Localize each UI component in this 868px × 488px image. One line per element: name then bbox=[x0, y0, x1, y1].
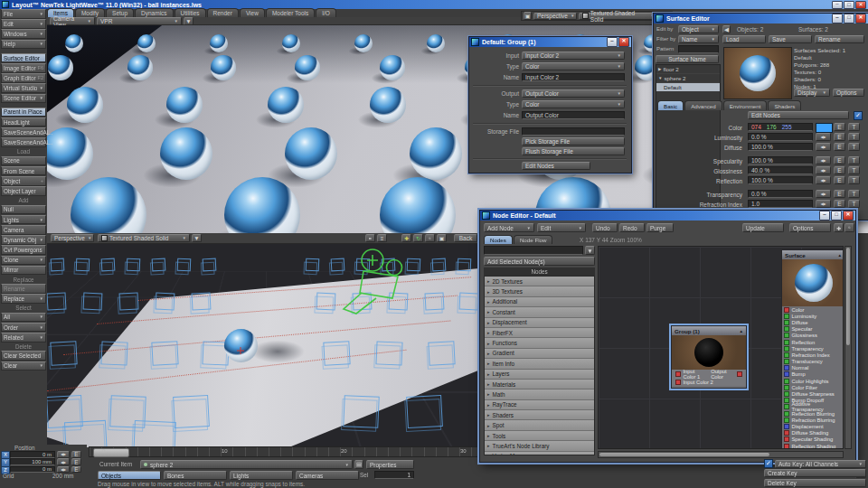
node-category-materials[interactable]: ▸Materials bbox=[485, 380, 594, 389]
prop-value-field[interactable]: 100.0 % bbox=[748, 176, 813, 184]
expand-arrow-icon[interactable]: ▸ bbox=[487, 330, 490, 335]
purge-button[interactable]: Purge bbox=[646, 223, 674, 232]
surface-port-refraction-index[interactable]: Refraction Index bbox=[782, 352, 844, 358]
node-category-2d-textures[interactable]: ▸2D Textures bbox=[485, 277, 594, 286]
sidebar-item-clear-selected[interactable]: Clear Selected bbox=[1, 351, 46, 361]
envelope-button-x[interactable]: E bbox=[71, 451, 81, 458]
expand-arrow-icon[interactable]: ▸ bbox=[487, 402, 490, 408]
expand-arrow-icon[interactable]: ▸ bbox=[487, 351, 490, 356]
prop-value-field[interactable]: 40.0 % bbox=[748, 166, 813, 174]
node-category-math[interactable]: ▸Math bbox=[485, 389, 594, 399]
view-type-dropdown[interactable]: Camera View▼ bbox=[50, 17, 95, 25]
sidebar-item-clear[interactable]: Clear▼ bbox=[1, 361, 46, 371]
minimize-icon[interactable]: ‒ bbox=[607, 37, 618, 47]
node-category-functions[interactable]: ▸Functions bbox=[485, 338, 594, 348]
display-dropdown[interactable]: Display▼ bbox=[794, 89, 830, 97]
rename-button[interactable]: Rename bbox=[815, 35, 864, 43]
storage-file-field[interactable] bbox=[522, 127, 625, 136]
save-button[interactable]: Save bbox=[769, 35, 812, 43]
surface-port-normal[interactable]: Normal bbox=[782, 365, 844, 371]
node-category-layers[interactable]: ▸Layers bbox=[485, 370, 594, 380]
output-dropdown[interactable]: Output Color▼ bbox=[522, 89, 625, 98]
envelope-button-z[interactable]: E bbox=[71, 466, 81, 474]
viewport-layout-icon[interactable]: ▣ bbox=[524, 12, 532, 20]
expand-arrow-icon[interactable]: ▸ bbox=[487, 361, 490, 366]
collapse-icon[interactable]: ▲ bbox=[838, 253, 842, 258]
texture-button[interactable]: T bbox=[848, 166, 860, 174]
node-category-vertex-map[interactable]: ▸Vertex Map bbox=[485, 452, 594, 455]
redo-button[interactable]: Redo bbox=[619, 223, 645, 232]
surface-port-diffuse[interactable]: Diffuse bbox=[782, 319, 844, 325]
mini-stepper[interactable]: ◀▶ bbox=[816, 190, 831, 198]
surface-port-color-filter[interactable]: Color Filter bbox=[782, 384, 844, 390]
prop-value-field[interactable]: 1.0 bbox=[748, 200, 813, 208]
surface-list-item-default[interactable]: Default bbox=[656, 83, 720, 91]
node-category-shaders[interactable]: ▸Shaders bbox=[485, 410, 594, 420]
surface-port-displacement[interactable]: Displacement bbox=[782, 423, 844, 429]
maximize-icon[interactable]: □ bbox=[844, 14, 854, 23]
texture-button[interactable]: T bbox=[848, 123, 860, 131]
zoom-icon[interactable] bbox=[425, 234, 435, 242]
surface-node-header[interactable]: Surface▲ bbox=[782, 250, 844, 259]
node-category-spot[interactable]: ▸Spot bbox=[485, 420, 594, 430]
surface-node[interactable]: Surface▲ ColorLuminosityDiffuseSpecularG… bbox=[781, 249, 844, 449]
node-category-additional[interactable]: ▸Additional bbox=[485, 297, 594, 307]
timeline-ruler[interactable]: 0102030 bbox=[89, 446, 479, 457]
edit-nodes-checkbox[interactable]: ✓ bbox=[854, 111, 863, 120]
tab-render[interactable]: Render bbox=[207, 8, 239, 17]
prop-value-field[interactable]: 0.0 % bbox=[748, 190, 813, 198]
envelope-button[interactable]: E bbox=[834, 190, 845, 198]
sidebar-item-cvt-powergons[interactable]: Cvt Powergons bbox=[1, 245, 46, 255]
pan-icon[interactable]: ✚ bbox=[834, 223, 844, 232]
minimize-icon[interactable]: ‒ bbox=[832, 14, 843, 23]
envelope-button[interactable]: E bbox=[834, 133, 845, 141]
maximize-viewport-icon[interactable]: ▣ bbox=[437, 234, 447, 242]
tree-arrow-icon[interactable]: ▶ bbox=[658, 67, 661, 71]
vscroll-thumb[interactable] bbox=[846, 248, 850, 345]
close-icon[interactable]: ✕ bbox=[843, 211, 854, 221]
close-icon[interactable]: ✕ bbox=[618, 37, 629, 47]
viewport-menu-icon[interactable]: ≡ bbox=[377, 234, 387, 242]
expand-arrow-icon[interactable]: ▸ bbox=[487, 423, 490, 428]
input-port-input-color-2[interactable]: Input Color 2 bbox=[674, 379, 715, 385]
sidebar-item-rename[interactable]: Rename bbox=[1, 284, 46, 294]
collapse-icon[interactable]: ▲ bbox=[740, 329, 743, 333]
surface-port-bump[interactable]: Bump bbox=[782, 371, 844, 378]
sidebar-item-savesceneandal-[interactable]: SaveSceneAndAL.. bbox=[1, 127, 46, 137]
prop-value-field[interactable]: 100.0 % bbox=[748, 156, 813, 164]
node-category-displacement[interactable]: ▸Displacement bbox=[485, 318, 594, 328]
node-category-constant[interactable]: ▸Constant bbox=[485, 307, 594, 317]
render-mode-dropdown[interactable]: VPR▼ bbox=[97, 17, 182, 25]
envelope-button[interactable]: E bbox=[834, 123, 845, 131]
surface-port-translucency[interactable]: Translucency bbox=[782, 359, 844, 365]
sidebar-item-file[interactable]: File▼ bbox=[1, 9, 46, 19]
rotate-icon[interactable]: ↻ bbox=[413, 234, 423, 242]
surface-port-color[interactable]: Color bbox=[782, 306, 844, 313]
sidebar-item-all[interactable]: All▼ bbox=[1, 313, 46, 323]
expand-arrow-icon[interactable]: ▸ bbox=[487, 341, 490, 346]
sidebar-item-replace[interactable]: Replace▼ bbox=[1, 294, 46, 304]
node-category-trueart-s-node-library[interactable]: ▸TrueArt's Node Library bbox=[485, 441, 594, 451]
stepper-y[interactable]: ◀▶ bbox=[57, 458, 70, 465]
surface-port-refraction-blurring[interactable]: Refraction Blurring bbox=[782, 417, 844, 423]
input-port-input-color-1[interactable]: Input Color 1 bbox=[674, 371, 709, 377]
pan-icon[interactable]: ✚ bbox=[401, 234, 411, 242]
sidebar-item-parent-in-place[interactable]: Parent in Place bbox=[1, 108, 46, 117]
add-node-dropdown[interactable]: Add Node▼ bbox=[484, 223, 534, 232]
update-button[interactable]: Update bbox=[742, 223, 784, 232]
output-port-output-color[interactable]: Output Color bbox=[709, 371, 744, 377]
texture-button[interactable]: T bbox=[848, 133, 860, 141]
tab-utilities[interactable]: Utilities bbox=[175, 8, 206, 17]
item-type-bones[interactable]: Bones bbox=[164, 471, 227, 480]
surface-port-transparency[interactable]: Transparency bbox=[782, 345, 844, 352]
item-type-lights[interactable]: Lights bbox=[230, 471, 293, 480]
group-dialog[interactable]: Default: Group (1) ‒ ✕ Input Input Color… bbox=[468, 36, 632, 174]
auto-key-checkbox[interactable]: ✓ bbox=[764, 459, 773, 468]
surface-port-specular-shading[interactable]: Specular Shading bbox=[782, 436, 844, 443]
prop-value-field[interactable]: 100.0 % bbox=[748, 143, 813, 151]
maximize-button[interactable]: □ bbox=[844, 1, 854, 9]
current-item-dropdown[interactable]: sphere 2▼ bbox=[140, 460, 353, 469]
prop-value-field[interactable]: 074176255 bbox=[748, 123, 813, 131]
add-selected-nodes-button[interactable]: Add Selected Node(s) bbox=[484, 257, 595, 266]
envelope-button[interactable]: E bbox=[834, 143, 845, 151]
